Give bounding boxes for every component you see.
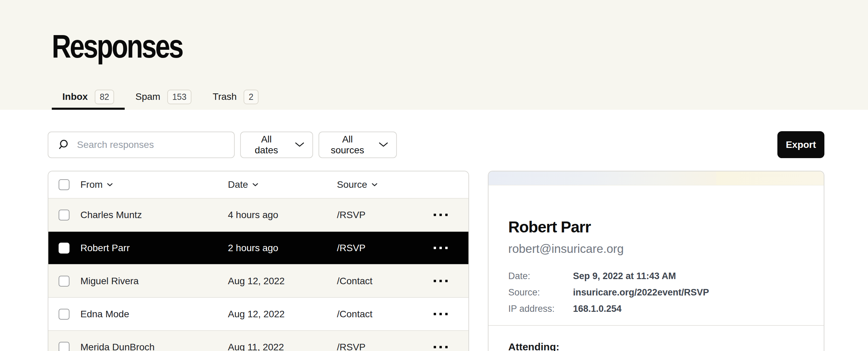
row-from-cell: Merida DunBroch bbox=[80, 342, 228, 351]
ellipsis-icon bbox=[445, 247, 448, 249]
tab-count-badge: 153 bbox=[167, 90, 192, 104]
table-row[interactable]: Miguel Rivera Aug 12, 2022 /Contact bbox=[48, 265, 468, 297]
tab-trash[interactable]: Trash 2 bbox=[202, 86, 269, 110]
row-date-cell: Aug 12, 2022 bbox=[228, 309, 337, 320]
tab-label: Inbox bbox=[62, 91, 88, 102]
row-more-button[interactable] bbox=[432, 341, 450, 351]
ellipsis-icon bbox=[445, 313, 448, 315]
ellipsis-icon bbox=[434, 247, 436, 249]
row-more-button[interactable] bbox=[432, 275, 450, 287]
detail-body: Robert Parr robert@insuricare.org Date: … bbox=[489, 185, 824, 351]
row-date-cell: Aug 12, 2022 bbox=[228, 276, 337, 287]
ellipsis-icon bbox=[439, 214, 442, 216]
tab-label: Spam bbox=[135, 91, 160, 102]
meta-value: Sep 9, 2022 at 11:43 AM bbox=[573, 272, 676, 281]
row-checkbox[interactable] bbox=[59, 342, 69, 351]
chevron-down-icon bbox=[295, 142, 304, 147]
search-input[interactable] bbox=[76, 139, 227, 151]
ellipsis-icon bbox=[434, 346, 436, 348]
row-source-cell: /Contact bbox=[337, 309, 422, 320]
ellipsis-icon bbox=[439, 280, 442, 282]
detail-header-band bbox=[489, 171, 824, 185]
select-all-checkbox[interactable] bbox=[59, 179, 69, 190]
content-panels: From Date Source bbox=[48, 171, 824, 351]
row-checkbox[interactable] bbox=[59, 276, 69, 287]
row-date-cell: 4 hours ago bbox=[228, 210, 337, 220]
export-button[interactable]: Export bbox=[777, 131, 824, 158]
column-label: Source bbox=[337, 179, 367, 190]
response-detail-panel: Robert Parr robert@insuricare.org Date: … bbox=[488, 171, 824, 351]
meta-label: Source: bbox=[508, 288, 573, 297]
column-header-source[interactable]: Source bbox=[337, 179, 422, 190]
meta-row: Source: insuricare.org/2022event/RSVP bbox=[508, 288, 803, 297]
ellipsis-icon bbox=[445, 280, 448, 282]
column-header-from[interactable]: From bbox=[80, 179, 228, 190]
ellipsis-icon bbox=[445, 214, 448, 216]
search-icon bbox=[58, 139, 69, 151]
column-label: From bbox=[80, 179, 103, 190]
row-from-cell: Robert Parr bbox=[80, 243, 228, 254]
table-row[interactable]: Edna Mode Aug 12, 2022 /Contact bbox=[48, 298, 468, 330]
respondent-name: Robert Parr bbox=[508, 218, 803, 236]
ellipsis-icon bbox=[434, 313, 436, 315]
ellipsis-icon bbox=[439, 346, 442, 348]
row-source-cell: /RSVP bbox=[337, 243, 422, 254]
meta-row: IP address: 168.1.0.254 bbox=[508, 304, 803, 314]
tab-count-badge: 82 bbox=[95, 90, 114, 104]
row-date-cell: Aug 11, 2022 bbox=[228, 342, 337, 351]
row-more-button[interactable] bbox=[432, 209, 450, 221]
response-meta: Date: Sep 9, 2022 at 11:43 AM Source: in… bbox=[508, 272, 803, 314]
hero-section: Responses Inbox 82 Spam 153 Trash 2 bbox=[0, 0, 868, 110]
chevron-down-icon bbox=[379, 142, 388, 147]
tab-label: Trash bbox=[213, 91, 237, 102]
ellipsis-icon bbox=[445, 346, 448, 348]
respondent-email: robert@insuricare.org bbox=[508, 242, 803, 256]
ellipsis-icon bbox=[434, 280, 436, 282]
meta-label: IP address: bbox=[508, 304, 573, 314]
meta-value: insuricare.org/2022event/RSVP bbox=[573, 288, 709, 297]
table-row[interactable]: Robert Parr 2 hours ago /RSVP bbox=[48, 232, 468, 264]
meta-value: 168.1.0.254 bbox=[573, 304, 622, 314]
column-label: Date bbox=[228, 179, 248, 190]
row-from-cell: Miguel Rivera bbox=[80, 276, 228, 287]
row-more-button[interactable] bbox=[432, 308, 450, 320]
row-more-button[interactable] bbox=[432, 242, 450, 254]
toolbar: All dates All sources Export bbox=[48, 131, 824, 158]
date-filter-label: All dates bbox=[250, 134, 283, 156]
source-filter-label: All sources bbox=[328, 134, 367, 156]
table-row[interactable]: Charles Muntz 4 hours ago /RSVP bbox=[48, 199, 468, 231]
sort-chevron-icon bbox=[372, 183, 377, 186]
page-title: Responses bbox=[52, 30, 721, 63]
row-from-cell: Charles Muntz bbox=[80, 210, 228, 220]
table-header-row: From Date Source bbox=[48, 171, 468, 198]
column-header-date[interactable]: Date bbox=[228, 179, 337, 190]
search-box[interactable] bbox=[48, 132, 235, 158]
responses-table: From Date Source bbox=[48, 171, 469, 351]
row-checkbox[interactable] bbox=[59, 309, 69, 320]
tab-bar: Inbox 82 Spam 153 Trash 2 bbox=[52, 86, 269, 110]
tab-spam[interactable]: Spam 153 bbox=[125, 86, 202, 110]
row-checkbox[interactable] bbox=[59, 243, 69, 254]
row-source-cell: /RSVP bbox=[337, 210, 422, 220]
ellipsis-icon bbox=[439, 247, 442, 249]
main-content: All dates All sources Export Fr bbox=[0, 110, 868, 351]
ellipsis-icon bbox=[434, 214, 436, 216]
row-from-cell: Edna Mode bbox=[80, 309, 228, 320]
tab-inbox[interactable]: Inbox 82 bbox=[52, 86, 125, 110]
sort-chevron-icon bbox=[107, 183, 113, 186]
row-date-cell: 2 hours ago bbox=[228, 243, 337, 254]
source-filter-dropdown[interactable]: All sources bbox=[319, 132, 397, 158]
sort-chevron-icon bbox=[252, 183, 258, 186]
table-row[interactable]: Merida DunBroch Aug 11, 2022 /RSVP bbox=[48, 331, 468, 351]
table-body: Charles Muntz 4 hours ago /RSVP Robert P… bbox=[48, 198, 468, 351]
attending-heading: Attending: bbox=[508, 341, 803, 351]
row-source-cell: /Contact bbox=[337, 276, 422, 287]
tab-count-badge: 2 bbox=[244, 90, 259, 104]
ellipsis-icon bbox=[439, 313, 442, 315]
row-checkbox[interactable] bbox=[59, 210, 69, 220]
meta-row: Date: Sep 9, 2022 at 11:43 AM bbox=[508, 272, 803, 281]
detail-divider bbox=[489, 325, 824, 326]
meta-label: Date: bbox=[508, 272, 573, 281]
date-filter-dropdown[interactable]: All dates bbox=[240, 132, 313, 158]
row-source-cell: /RSVP bbox=[337, 342, 422, 351]
